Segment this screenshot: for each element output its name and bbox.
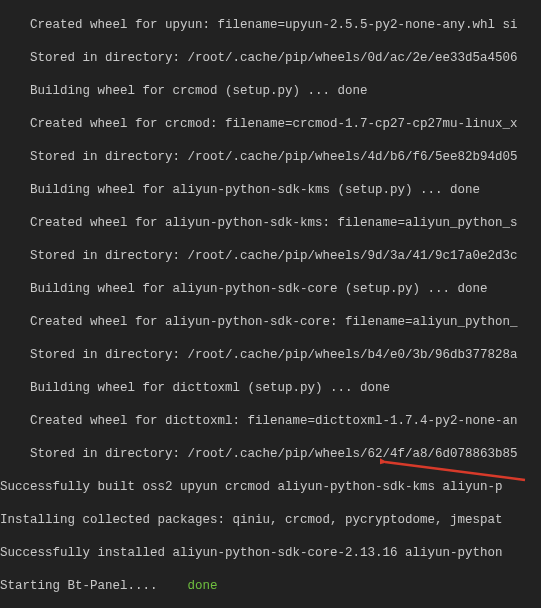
text-line: Successfully built oss2 upyun crcmod ali…	[0, 479, 541, 496]
text-line: Stored in directory: /root/.cache/pip/wh…	[0, 248, 541, 265]
text-line: Stored in directory: /root/.cache/pip/wh…	[0, 347, 541, 364]
terminal-output[interactable]: Created wheel for upyun: filename=upyun-…	[0, 0, 541, 608]
text-line: Stored in directory: /root/.cache/pip/wh…	[0, 446, 541, 463]
text-line: Created wheel for upyun: filename=upyun-…	[0, 17, 541, 34]
service-label: Starting Bt-Panel....	[0, 579, 158, 593]
svg-line-1	[385, 462, 525, 480]
service-line: Starting Bt-Panel.... done	[0, 578, 541, 595]
service-status: done	[188, 579, 218, 593]
text-line: Created wheel for aliyun-python-sdk-core…	[0, 314, 541, 331]
text-line: Successfully installed aliyun-python-sdk…	[0, 545, 541, 562]
text-line: Stored in directory: /root/.cache/pip/wh…	[0, 149, 541, 166]
text-line: Building wheel for crcmod (setup.py) ...…	[0, 83, 541, 100]
text-line: Created wheel for aliyun-python-sdk-kms:…	[0, 215, 541, 232]
text-line: Created wheel for crcmod: filename=crcmo…	[0, 116, 541, 133]
text-line: Installing collected packages: qiniu, cr…	[0, 512, 541, 529]
text-line: Building wheel for dicttoxml (setup.py) …	[0, 380, 541, 397]
text-line: Created wheel for dicttoxml: filename=di…	[0, 413, 541, 430]
text-line: Building wheel for aliyun-python-sdk-cor…	[0, 281, 541, 298]
text-line: Stored in directory: /root/.cache/pip/wh…	[0, 50, 541, 67]
text-line: Building wheel for aliyun-python-sdk-kms…	[0, 182, 541, 199]
